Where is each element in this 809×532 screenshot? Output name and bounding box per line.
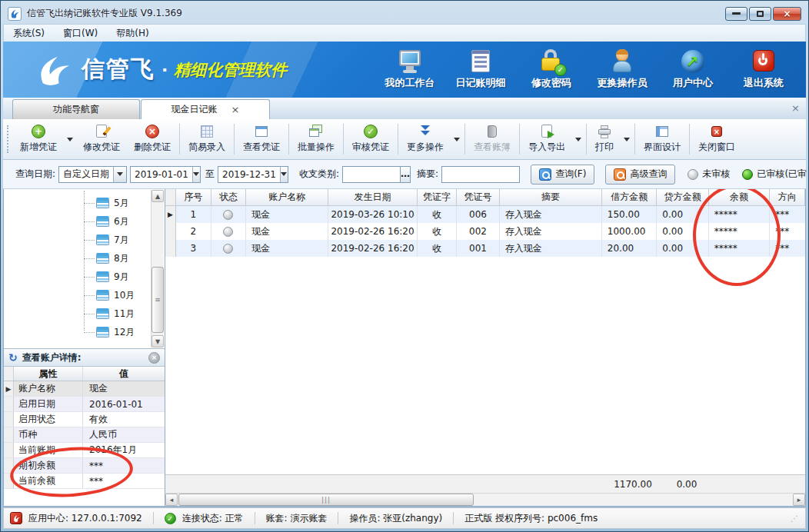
date-from-select[interactable]: 2019-01-01: [130, 166, 201, 183]
more-actions-dropdown-icon[interactable]: [454, 138, 460, 141]
scrollbar-thumb[interactable]: ≡: [151, 267, 164, 333]
resize-grip[interactable]: ⋰: [791, 514, 799, 523]
horizontal-scrollbar[interactable]: ◂ ||| ▸: [165, 493, 805, 506]
summary-label: 摘要:: [417, 168, 438, 181]
calendar-month-icon: [96, 198, 109, 208]
filter-bar: 查询日期: 自定义日期 2019-01-01 至 2019-12-31 收支类别…: [3, 160, 806, 189]
chevron-down-icon[interactable]: [192, 167, 200, 182]
batch-operation-button[interactable]: 批量操作: [291, 119, 341, 159]
details-col-value: 值: [83, 367, 165, 381]
scroll-down-icon[interactable]: ▼: [151, 335, 164, 347]
category-label: 收支类别:: [299, 168, 339, 181]
close-button[interactable]: ×: [773, 7, 801, 21]
view-voucher-button[interactable]: 查看凭证: [236, 119, 287, 159]
category-ellipsis-button[interactable]: …: [401, 166, 411, 183]
brand-tagline: 精细化管理软件: [174, 59, 287, 81]
tree-item-month[interactable]: 12月: [84, 323, 135, 341]
add-voucher-button[interactable]: + 新增凭证: [13, 119, 64, 159]
chevron-down-icon[interactable]: [113, 167, 126, 182]
audited-status-icon: [742, 169, 753, 180]
tab-close-icon[interactable]: ×: [231, 104, 240, 115]
tree-item-month[interactable]: 6月: [84, 212, 135, 231]
summary-input[interactable]: [441, 166, 520, 183]
details-row[interactable]: 当前余额 ***: [4, 474, 165, 489]
journal-row[interactable]: 3 现金 2019-02-26 16:20 收 001 存入现金 20.00 0…: [165, 240, 805, 257]
tab-function-nav[interactable]: 功能导航窗: [12, 99, 140, 119]
audit-voucher-button[interactable]: ✓ 审核凭证: [345, 119, 396, 159]
scrollbar-thumb[interactable]: |||: [178, 494, 474, 506]
print-icon: [598, 125, 611, 138]
toolbar-grip[interactable]: [7, 125, 11, 153]
print-dropdown-icon[interactable]: [624, 138, 630, 141]
menu-system[interactable]: 系统(S): [4, 25, 54, 42]
advanced-search-icon: [614, 168, 626, 181]
details-row[interactable]: ▶ 账户名称 现金: [4, 381, 165, 397]
banner-action-exit[interactable]: 退出系统: [732, 49, 795, 90]
voucher-toolbar: + 新增凭证 修改凭证 × 删除凭证 简易录入 查看凭证 批量操作 ✓: [3, 119, 806, 160]
account-details-table: 属性 值 ▶ 账户名称 现金 启用日期 2016-01-01 启用状态 有效: [4, 367, 165, 506]
status-bar: 应用中心: 127.0.0.1:7092 ✓ 连接状态: 正常 账套: 演示账套…: [3, 507, 806, 529]
details-row[interactable]: 期初余额 ***: [4, 458, 165, 474]
close-window-button[interactable]: × 关闭窗口: [691, 119, 742, 159]
scroll-right-icon[interactable]: ▸: [793, 494, 805, 506]
exit-power-icon: [751, 49, 777, 74]
tree-item-month[interactable]: 10月: [84, 286, 135, 304]
category-input[interactable]: [342, 166, 401, 183]
details-row[interactable]: 币种 人民币: [4, 427, 165, 443]
search-button[interactable]: 查询(F): [531, 165, 594, 185]
edit-voucher-button[interactable]: 修改凭证: [76, 119, 127, 159]
audited-legend: 已审核(已审: [742, 168, 807, 181]
tree-item-month[interactable]: 11月: [84, 304, 135, 323]
journal-row[interactable]: ▶ 1 现金 2019-03-26 10:10 收 006 存入现金 150.0…: [165, 206, 805, 223]
scroll-up-icon[interactable]: ▲: [151, 190, 164, 202]
app-center-status: 应用中心: 127.0.0.1:7092: [28, 512, 142, 525]
more-actions-button[interactable]: 更多操作: [400, 119, 451, 159]
unaudited-legend: 未审核: [687, 168, 730, 181]
details-row[interactable]: 当前账期 2016年1月: [4, 443, 165, 458]
add-voucher-dropdown-icon[interactable]: [67, 138, 73, 141]
import-export-dropdown-icon[interactable]: [575, 138, 581, 141]
banner-action-change-password[interactable]: ✓ 修改密码: [520, 49, 583, 90]
details-row[interactable]: 启用状态 有效: [4, 412, 165, 427]
operator-status: 操作员: 张亚(zhangy): [349, 512, 442, 525]
tab-cash-journal[interactable]: 现金日记账 ×: [141, 99, 270, 119]
tree-item-month[interactable]: 9月: [84, 268, 135, 286]
restore-button[interactable]: [749, 7, 771, 21]
audit-voucher-icon: ✓: [364, 125, 378, 138]
advanced-search-button[interactable]: 高级查询: [605, 165, 675, 185]
view-ledger-book-icon: [485, 125, 499, 138]
banner-action-switch-operator[interactable]: 更换操作员: [591, 49, 654, 90]
tree-item-month[interactable]: 7月: [84, 231, 135, 249]
scroll-left-icon[interactable]: ◂: [165, 494, 178, 506]
print-button[interactable]: 打印: [588, 119, 621, 159]
tree-vertical-scrollbar[interactable]: ▲ ≡ ▼: [151, 190, 164, 347]
content-area: 5月 6月 7月 8月 9月 10月 11月 12月 ▲ ≡ ▼ ↻ 查看账户详…: [3, 189, 806, 507]
refresh-icon[interactable]: ↻: [8, 351, 18, 364]
ui-design-button[interactable]: 界面设计: [637, 119, 687, 159]
date-mode-select[interactable]: 自定义日期: [58, 166, 127, 183]
tree-item-month[interactable]: 8月: [84, 249, 135, 268]
details-close-icon[interactable]: ×: [148, 352, 160, 364]
menu-window[interactable]: 窗口(W): [54, 25, 107, 42]
account-details-title: 查看账户详情:: [22, 351, 82, 364]
details-row[interactable]: 启用日期 2016-01-01: [4, 397, 165, 412]
import-export-button[interactable]: 导入导出: [521, 119, 572, 159]
delete-voucher-button[interactable]: × 删除凭证: [127, 119, 178, 159]
easy-entry-button[interactable]: 简易录入: [181, 119, 232, 159]
journal-row[interactable]: 2 现金 2019-02-26 16:20 收 002 存入现金 1000.00…: [165, 223, 805, 240]
app-window: 信管飞出纳记账软件专业版 V9.1.369 × 系统(S) 窗口(W) 帮助(H…: [0, 0, 809, 532]
details-header-row: 属性 值: [4, 367, 165, 381]
banner-action-journal-detail[interactable]: 日记账明细: [449, 49, 512, 90]
edit-voucher-icon: [95, 125, 108, 138]
banner-action-workstation[interactable]: 我的工作台: [378, 49, 441, 90]
chevron-down-icon[interactable]: [280, 167, 288, 182]
tabstrip-close-icon[interactable]: ×: [791, 102, 800, 114]
date-to-select[interactable]: 2019-12-31: [218, 166, 288, 183]
menu-help[interactable]: 帮助(H): [107, 25, 158, 42]
banner-action-user-center[interactable]: ↗ 用户中心: [661, 49, 724, 90]
batch-operation-icon: [309, 125, 323, 138]
minimize-button[interactable]: [725, 7, 747, 21]
tree-item-month[interactable]: 5月: [84, 194, 135, 212]
totals-row: 1170.00 0.00: [165, 474, 805, 493]
unaudited-status-icon: [687, 169, 698, 180]
